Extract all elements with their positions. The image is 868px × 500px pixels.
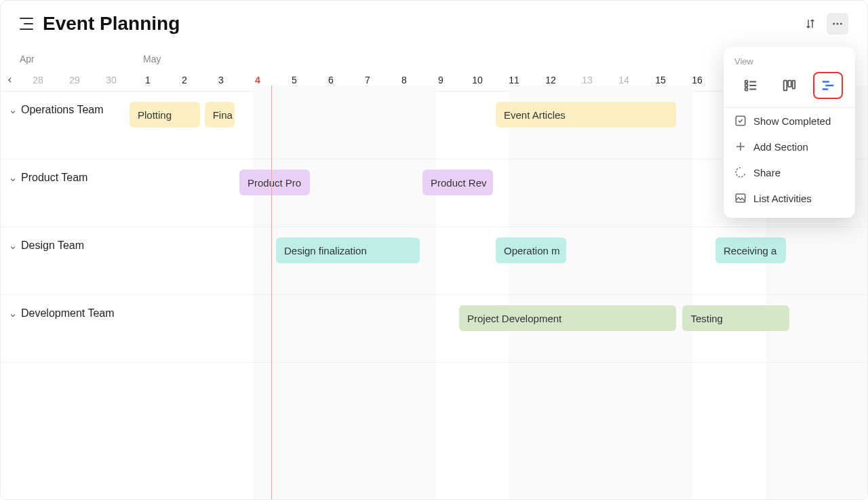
day-cell: 11 — [496, 75, 532, 85]
task-bar[interactable]: Project Development — [459, 305, 676, 331]
day-cell: 15 — [642, 75, 679, 85]
day-cell: 1 — [130, 75, 166, 85]
add-section-item[interactable]: Add Section — [724, 134, 855, 159]
share-item[interactable]: Share — [724, 159, 855, 185]
day-cell: 5 — [276, 75, 313, 85]
section-track: Project DevelopmentTesting — [143, 295, 867, 362]
section-name: Product Team — [21, 172, 87, 184]
chevron-down-icon — [9, 174, 18, 184]
day-cell: 8 — [386, 75, 422, 85]
dropdown-section-title: View — [724, 56, 855, 72]
day-cell: 28 — [20, 75, 56, 85]
list-activities-item[interactable]: List Activities — [724, 185, 855, 211]
day-cell: 16 — [679, 75, 715, 85]
task-bar[interactable]: Receiving a — [715, 237, 786, 263]
add-section-label: Add Section — [753, 141, 808, 153]
section-toggle[interactable]: Design Team — [1, 227, 143, 294]
share-label: Share — [753, 167, 781, 178]
share-icon — [734, 166, 747, 178]
day-cell: 4 — [239, 75, 276, 85]
task-bar[interactable]: Fina — [205, 102, 235, 128]
more-icon[interactable] — [827, 13, 848, 35]
month-label-may: May — [143, 54, 161, 64]
svg-point-2 — [840, 23, 842, 25]
task-bar[interactable]: Product Rev — [422, 170, 493, 195]
day-cell: 9 — [422, 75, 459, 85]
view-options-dropdown: View Show Completed Add Section — [724, 47, 855, 218]
day-cell: 10 — [459, 75, 496, 85]
timeline-section: Design TeamDesign finalizationOperation … — [1, 227, 867, 295]
image-icon — [734, 192, 747, 204]
chevron-down-icon — [9, 107, 18, 116]
day-cell: 30 — [93, 75, 130, 85]
svg-rect-11 — [793, 81, 795, 89]
day-cell: 6 — [313, 75, 349, 85]
day-cell: 13 — [569, 75, 606, 85]
section-name: Development Team — [21, 307, 115, 320]
task-bar[interactable]: Event Articles — [496, 102, 676, 128]
timeline-section: Development TeamProject DevelopmentTesti… — [1, 295, 867, 363]
show-completed-label: Show Completed — [753, 115, 831, 127]
plus-icon — [734, 140, 747, 153]
svg-rect-15 — [736, 116, 745, 126]
day-cell: 12 — [532, 75, 569, 85]
section-name: Operations Team — [21, 104, 104, 116]
svg-rect-9 — [784, 81, 787, 91]
day-cell: 2 — [166, 75, 203, 85]
task-bar[interactable]: Testing — [682, 305, 789, 331]
section-toggle[interactable]: Operations Team — [1, 92, 143, 159]
month-label-apr: Apr — [20, 54, 143, 64]
task-bar[interactable]: Operation m — [496, 237, 566, 263]
show-completed-item[interactable]: Show Completed — [724, 108, 855, 134]
list-activities-label: List Activities — [753, 193, 812, 204]
svg-rect-3 — [745, 81, 748, 83]
section-track: Design finalizationOperation mReceiving … — [143, 227, 867, 294]
page-title: Event Planning — [43, 13, 180, 35]
section-toggle[interactable]: Product Team — [1, 159, 143, 227]
section-toggle[interactable]: Development Team — [1, 295, 143, 362]
prev-arrow-icon[interactable] — [1, 75, 20, 85]
svg-rect-7 — [745, 88, 748, 91]
svg-rect-10 — [788, 81, 791, 87]
svg-rect-5 — [745, 84, 748, 87]
day-cell: 3 — [203, 75, 239, 85]
section-name: Design Team — [21, 239, 84, 252]
svg-point-1 — [837, 23, 839, 25]
day-cell: 14 — [606, 75, 642, 85]
chevron-down-icon — [9, 310, 18, 320]
svg-point-0 — [833, 23, 835, 25]
check-square-icon — [734, 115, 747, 127]
chevron-down-icon — [9, 242, 18, 252]
task-bar[interactable]: Design finalization — [276, 237, 420, 263]
view-list-button[interactable] — [736, 72, 766, 99]
day-cell: 7 — [349, 75, 386, 85]
task-bar[interactable]: Product Pro — [239, 170, 310, 195]
sort-icon[interactable] — [800, 13, 821, 35]
today-indicator-line — [271, 85, 272, 499]
view-board-button[interactable] — [774, 72, 804, 99]
menu-icon[interactable] — [20, 18, 33, 30]
day-cell: 29 — [56, 75, 93, 85]
view-timeline-button[interactable] — [813, 72, 843, 99]
